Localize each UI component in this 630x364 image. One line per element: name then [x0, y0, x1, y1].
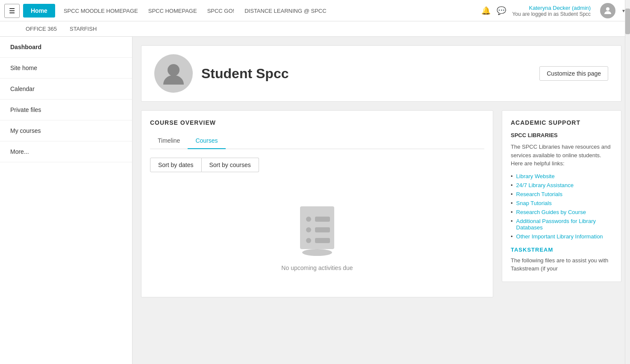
- list-item: Research Guides by Course: [511, 209, 612, 215]
- messages-icon[interactable]: 💬: [497, 6, 506, 15]
- libraries-section-title: SPCC LIBRARIES: [511, 132, 612, 138]
- list-item: Other Important Library Information: [511, 233, 612, 240]
- svg-point-0: [606, 7, 609, 11]
- secondary-navbar: OFFICE 365 STARFISH: [0, 21, 630, 37]
- sort-by-dates-button[interactable]: Sort by dates: [150, 158, 202, 172]
- svg-point-3: [306, 217, 311, 222]
- sidebar: Dashboard Site home Calendar Private fil…: [0, 37, 132, 364]
- sidebar-item-calendar[interactable]: Calendar: [0, 79, 132, 100]
- svg-rect-8: [315, 238, 330, 243]
- user-name: Kateryna Decker (admin): [512, 5, 591, 11]
- nav-moodle-homepage[interactable]: SPCC MOODLE HOMEPAGE: [64, 8, 138, 14]
- user-avatar[interactable]: [600, 3, 615, 18]
- list-item: Additional Passwords for Library Databas…: [511, 218, 612, 231]
- user-logged-as: You are logged in as Student Spcc: [512, 11, 591, 17]
- list-item: Snap Tutorials: [511, 200, 612, 206]
- snap-tutorials-link[interactable]: Snap Tutorials: [516, 200, 552, 206]
- nav-spcc-go[interactable]: SPCC GO!: [207, 8, 235, 14]
- nav-icons: 🔔 💬 Kateryna Decker (admin) You are logg…: [481, 3, 626, 18]
- nav-distance-learning[interactable]: DISTANCE LEARNING @ SPCC: [244, 8, 326, 14]
- nav-starfish[interactable]: STARFISH: [70, 21, 97, 36]
- libraries-link-list: Library Website 24/7 Library Assistance …: [511, 173, 612, 240]
- research-tutorials-link[interactable]: Research Tutorials: [516, 191, 562, 197]
- tab-timeline[interactable]: Timeline: [150, 133, 188, 149]
- other-library-info-link[interactable]: Other Important Library Information: [516, 233, 603, 240]
- svg-rect-4: [315, 217, 330, 222]
- notifications-bell-icon[interactable]: 🔔: [481, 6, 491, 15]
- home-button[interactable]: Home: [23, 4, 55, 18]
- taskstream-title: TASKSTREAM: [511, 247, 612, 253]
- list-item: Research Tutorials: [511, 191, 612, 197]
- top-navbar: ☰ Home SPCC MOODLE HOMEPAGE SPCC HOMEPAG…: [0, 0, 630, 21]
- academic-sidebar: ACADEMIC SUPPORT SPCC LIBRARIES The SPCC…: [502, 110, 621, 297]
- academic-support-title: ACADEMIC SUPPORT: [511, 119, 612, 126]
- svg-point-5: [306, 227, 311, 232]
- course-tabs: Timeline Courses: [150, 133, 484, 149]
- svg-rect-6: [315, 227, 330, 232]
- research-guides-link[interactable]: Research Guides by Course: [516, 209, 586, 215]
- course-overview-panel: COURSE OVERVIEW Timeline Courses Sort by…: [141, 110, 493, 297]
- main-layout: Dashboard Site home Calendar Private fil…: [0, 37, 630, 364]
- course-overview-title: COURSE OVERVIEW: [150, 119, 484, 126]
- hamburger-button[interactable]: ☰: [4, 4, 20, 18]
- profile-name: Student Spcc: [201, 66, 531, 82]
- sort-buttons: Sort by dates Sort by courses: [150, 158, 484, 172]
- library-assistance-link[interactable]: 24/7 Library Assistance: [516, 182, 574, 188]
- list-item: 24/7 Library Assistance: [511, 182, 612, 188]
- nav-office365[interactable]: OFFICE 365: [26, 21, 57, 36]
- sidebar-item-private-files[interactable]: Private files: [0, 100, 132, 120]
- academic-support-panel: ACADEMIC SUPPORT SPCC LIBRARIES The SPCC…: [502, 110, 621, 282]
- scrollbar[interactable]: [625, 0, 630, 364]
- passwords-link[interactable]: Additional Passwords for Library Databas…: [516, 218, 612, 231]
- empty-state-icon: [291, 202, 343, 258]
- main-content: Student Spcc Customize this page COURSE …: [132, 37, 630, 364]
- customize-page-button[interactable]: Customize this page: [539, 66, 608, 81]
- nav-links: SPCC MOODLE HOMEPAGE SPCC HOMEPAGE SPCC …: [64, 8, 481, 14]
- list-item: Library Website: [511, 173, 612, 179]
- svg-point-1: [168, 64, 180, 76]
- empty-state-text: No upcoming activities due: [281, 264, 353, 271]
- nav-spcc-homepage[interactable]: SPCC HOMEPAGE: [148, 8, 197, 14]
- sort-by-courses-button[interactable]: Sort by courses: [202, 158, 259, 172]
- svg-point-9: [302, 249, 332, 256]
- sidebar-item-my-courses[interactable]: My courses: [0, 120, 132, 141]
- sidebar-item-dashboard[interactable]: Dashboard: [0, 37, 132, 58]
- libraries-section-text: The SPCC Libraries have resources and se…: [511, 143, 612, 168]
- svg-point-7: [306, 238, 311, 243]
- profile-avatar: [154, 54, 193, 93]
- profile-header: Student Spcc Customize this page: [141, 45, 621, 102]
- user-info: Kateryna Decker (admin) You are logged i…: [512, 5, 591, 17]
- sidebar-item-more[interactable]: More...: [0, 141, 132, 162]
- empty-state: No upcoming activities due: [150, 185, 484, 288]
- tab-courses[interactable]: Courses: [188, 133, 225, 149]
- library-website-link[interactable]: Library Website: [516, 173, 555, 179]
- sidebar-item-site-home[interactable]: Site home: [0, 58, 132, 79]
- taskstream-text: The following files are to assist you wi…: [511, 256, 612, 273]
- content-area: COURSE OVERVIEW Timeline Courses Sort by…: [141, 110, 621, 297]
- scrollbar-thumb[interactable]: [625, 9, 630, 34]
